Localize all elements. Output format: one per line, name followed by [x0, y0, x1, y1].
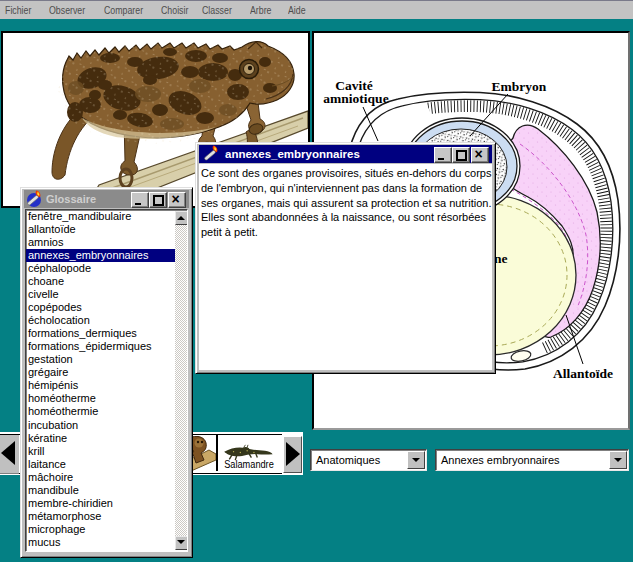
svg-text:Embryon: Embryon [492, 79, 547, 94]
svg-text:ne: ne [494, 251, 508, 266]
svg-text:Allantoïde: Allantoïde [553, 366, 613, 381]
svg-text:amniotique: amniotique [323, 91, 388, 106]
